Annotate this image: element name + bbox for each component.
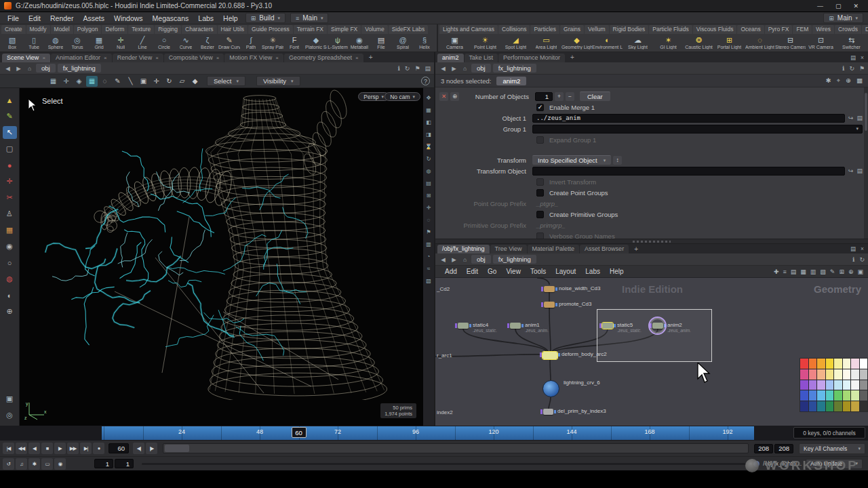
menu-item[interactable]: File <box>3 14 24 23</box>
viewport-toolbar-icon[interactable]: ◆ <box>189 76 201 87</box>
shelf-tool[interactable]: ✎ Draw Curve <box>218 34 240 52</box>
viewport-tool-icon[interactable]: ▦ <box>3 224 17 237</box>
network-menu-item[interactable]: Labs <box>580 268 605 275</box>
color-swatch[interactable] <box>843 380 851 390</box>
shelf-tool[interactable]: ✛ Null <box>110 34 132 52</box>
expand-group-checkbox[interactable] <box>536 136 544 144</box>
color-swatch[interactable] <box>860 380 868 390</box>
desktop-selector[interactable]: ⊞ Build ▾ <box>245 13 285 23</box>
refresh-icon[interactable]: ↻ <box>849 65 854 72</box>
shelf-tool[interactable]: ○ Circle <box>153 34 175 52</box>
transform-combo[interactable]: Into Specified Object ▾ <box>532 155 611 165</box>
resize-icon[interactable]: ↕ <box>613 156 622 165</box>
viewport-tool-icon[interactable]: ↖ <box>3 126 17 139</box>
viewport-tool-icon[interactable]: ○ <box>3 256 17 269</box>
playbar-option-icon[interactable]: ↺ <box>3 458 14 470</box>
range-start-field[interactable]: 1 <box>94 459 113 468</box>
display-option-icon[interactable]: ◔ <box>427 253 431 260</box>
playbar-option-icon[interactable]: ♫ <box>16 458 27 470</box>
breadcrumb-node[interactable]: fx_lightning <box>58 64 101 73</box>
display-option-icon[interactable]: ◍ <box>427 168 431 174</box>
menu-item[interactable]: Windows <box>109 14 148 23</box>
point-group-prefix-field[interactable]: _ptgrp_ <box>532 199 863 208</box>
shelf-tab[interactable]: Model <box>51 25 73 34</box>
range-end-field[interactable]: 208 <box>774 444 793 453</box>
open-chooser-icon[interactable]: ▤ <box>856 115 863 121</box>
pane-tab[interactable]: Composite View× <box>164 54 224 62</box>
viewport-toolbar-icon[interactable]: ▦ <box>47 76 59 87</box>
color-swatch[interactable] <box>851 401 859 411</box>
maximize-button[interactable]: ▢ <box>835 3 842 9</box>
viewport-tool-icon[interactable]: ✛ <box>3 175 17 188</box>
close-icon[interactable]: × <box>861 245 864 252</box>
params-header-icon[interactable]: ✱ <box>826 77 831 85</box>
color-swatch[interactable] <box>809 369 817 380</box>
info-icon[interactable]: ℹ <box>852 256 854 263</box>
display-option-icon[interactable]: ▧ <box>426 278 431 284</box>
right-take-selector[interactable]: ⊞ Main ▾ <box>823 13 863 23</box>
shelf-tab[interactable]: Polygon <box>74 25 102 34</box>
shelf-tool[interactable]: ζ Bezier <box>197 34 218 52</box>
group1-field[interactable]: ▾ <box>532 125 863 134</box>
network-toolbar-icon[interactable]: ▤ <box>791 268 797 275</box>
color-swatch[interactable] <box>834 380 842 390</box>
shelf-tool[interactable]: ◆ Platonic Solids <box>305 34 327 52</box>
color-swatch[interactable] <box>860 401 868 411</box>
shelf-tool[interactable]: F Font <box>283 34 305 52</box>
frame-nav-button[interactable]: ◀| <box>133 443 144 454</box>
shelf-tab[interactable]: Create <box>1 25 26 34</box>
close-icon[interactable]: × <box>861 54 864 61</box>
create-point-groups-checkbox[interactable] <box>536 189 544 197</box>
viewport-tool-icon[interactable]: ◍ <box>3 272 17 285</box>
playbar-option-icon[interactable]: ▭ <box>41 458 53 470</box>
color-swatch[interactable] <box>809 401 817 411</box>
color-swatch[interactable] <box>800 359 808 369</box>
color-swatch[interactable] <box>843 401 851 411</box>
back-icon[interactable]: ◀ <box>439 256 448 263</box>
network-editor-canvas[interactable]: Indie Edition Geometry _Cd2r_arc1index2n… <box>435 278 868 426</box>
node-promote_Cd3[interactable] <box>544 302 555 308</box>
color-swatch[interactable] <box>817 390 825 401</box>
take-selector[interactable]: ≡ Main ▾ <box>290 13 328 23</box>
network-toolbar-icon[interactable]: ▧ <box>820 268 826 275</box>
node-del_prim_by_index3[interactable] <box>543 409 553 415</box>
network-menu-item[interactable]: Edit <box>462 268 483 275</box>
refresh-icon[interactable]: ↻ <box>859 256 865 263</box>
home-icon[interactable]: ⌂ <box>460 256 469 263</box>
color-swatch[interactable] <box>826 359 834 369</box>
network-menu-item[interactable]: View <box>501 268 526 275</box>
color-swatch[interactable] <box>851 390 859 401</box>
pane-tab[interactable]: /obj/fx_lightning <box>437 245 490 253</box>
shelf-tab[interactable]: Lights and Cameras <box>439 25 498 34</box>
pane-tab[interactable]: anim2 <box>437 54 464 62</box>
display-option-icon[interactable]: ◧ <box>426 119 431 125</box>
shelf-tab[interactable]: Deform <box>102 25 127 34</box>
shelf-tool[interactable]: ◌ Ambient Light <box>745 34 775 52</box>
network-toolbar-icon[interactable]: ✎ <box>830 268 835 275</box>
pin-icon[interactable]: ⚑ <box>859 65 865 72</box>
shelf-tab[interactable]: Grains <box>560 25 584 34</box>
shelf-tool[interactable]: ◎ Torus <box>66 34 88 52</box>
shelf-tab[interactable]: Rigid Bodies <box>610 25 649 34</box>
shelf-tool[interactable]: ∫ Path <box>240 34 262 52</box>
color-swatch[interactable] <box>817 401 825 411</box>
node-static5[interactable] <box>602 323 613 329</box>
shelf-tab[interactable]: SideFX Labs <box>389 25 429 34</box>
shelf-tool[interactable]: ◢ Spot Light <box>500 34 531 52</box>
transport-button[interactable]: ▶| <box>80 443 92 454</box>
viewport-toolbar-icon[interactable]: ✛ <box>60 76 72 87</box>
menu-item[interactable]: Render <box>45 14 78 23</box>
pane-tab[interactable]: Motion FX View× <box>224 54 283 62</box>
network-menu-item[interactable]: Help <box>605 268 629 275</box>
shelf-tab[interactable]: Pyro FX <box>765 25 793 34</box>
range-slider-handle[interactable] <box>165 445 189 452</box>
display-option-icon[interactable]: ▤ <box>426 180 431 186</box>
create-prim-groups-checkbox[interactable] <box>536 211 544 218</box>
transform-object-field[interactable] <box>532 167 845 176</box>
network-toolbar-icon[interactable]: ▥ <box>810 268 816 275</box>
close-icon[interactable]: × <box>104 55 107 61</box>
transport-button[interactable]: ■ <box>41 443 53 454</box>
pane-splitter[interactable] <box>435 239 868 244</box>
viewport-toolbar-icon[interactable]: ▣ <box>138 76 149 87</box>
shelf-tool[interactable]: ⇆ Switcher <box>836 34 867 52</box>
